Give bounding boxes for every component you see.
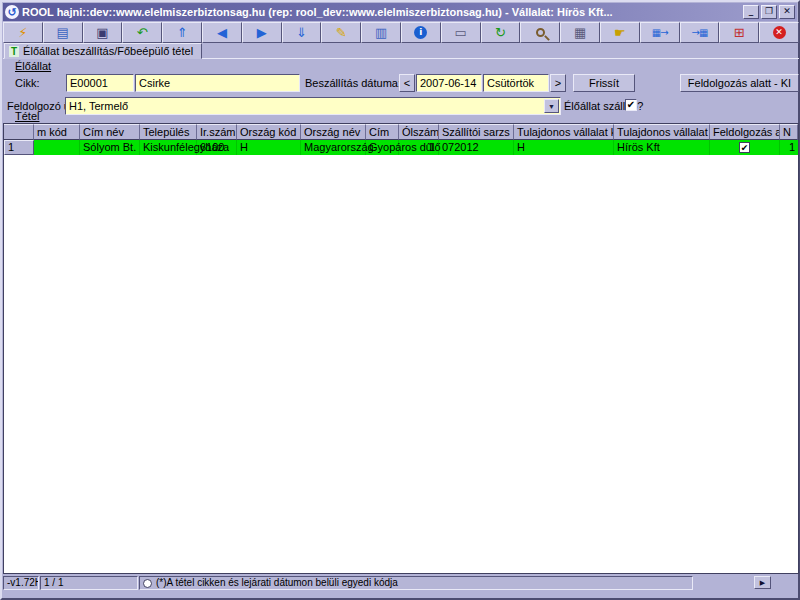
row-processing-checkbox[interactable]: ✔ (739, 142, 750, 153)
first-record-button[interactable]: ⇑ (162, 22, 202, 43)
up-arrow-icon: ⇑ (177, 26, 188, 39)
cell-cim: Gyopáros dűlő (366, 140, 399, 155)
edit-button[interactable]: ✎ (321, 22, 361, 43)
search-button[interactable] (520, 22, 560, 43)
cell-tulajdonos-nev: Hírös Kft (614, 140, 710, 155)
open-button[interactable]: ▤ (43, 22, 83, 43)
column-header-irszam[interactable]: Ir.szám (197, 124, 237, 140)
page-indicator: 1 / 1 (40, 576, 138, 590)
pointing-hand-icon: ☛ (614, 26, 626, 39)
folder-icon: ▤ (57, 26, 69, 39)
save-button[interactable]: ▣ (83, 22, 123, 43)
tab-strip: T Élőállat beszállítás/Főbeépülő tétel (3, 43, 799, 59)
processing-plant-select[interactable]: H1, Termelő ▼ (65, 97, 561, 115)
minimize-button[interactable]: _ (743, 5, 759, 19)
database-button[interactable]: ▥ (361, 22, 401, 43)
cell-tulajdonos-kod: H (514, 140, 614, 155)
import-table-button[interactable]: →▦ (680, 22, 720, 43)
app-window: ↺ ROOL hajni::dev::www.elelmiszerbiztons… (0, 0, 800, 600)
column-header-tulajdonos-kod[interactable]: Tulajdonos vállalat kód (514, 124, 614, 140)
export-table-button[interactable]: ▦→ (640, 22, 680, 43)
close-form-button[interactable]: ⊞ (719, 22, 759, 43)
cell-orszag-nev: Magyarország (301, 140, 366, 155)
exit-button[interactable]: ⚡ (3, 22, 43, 43)
column-header-orszag-kod[interactable]: Ország kód (237, 124, 301, 140)
processing-toggle-button[interactable]: Feldolgozás alatt - KI (680, 74, 799, 92)
stop-x-icon: ✕ (773, 26, 786, 39)
window-icon: ▭ (455, 26, 467, 39)
refresh-icon: ↻ (495, 26, 506, 39)
toolbar: ⚡ ▤ ▣ ↶ ⇑ ◀ ▶ ⇓ ✎ ▥ i ▭ ↻ ▦ ☛ ▦→ →▦ ⊞ ✕ (3, 22, 799, 43)
status-bar: -v1.72H 1 / 1 (*)A tétel cikken és lejár… (3, 576, 799, 590)
cell-truncated: 1 (780, 140, 798, 155)
restore-button[interactable]: ❐ (761, 5, 777, 19)
cell-szallitoi-sarzs: 072012 (439, 140, 514, 155)
search-icon (536, 28, 545, 37)
article-code-input[interactable] (66, 74, 134, 92)
right-arrow-icon: ▶ (257, 26, 267, 39)
next-record-button[interactable]: ▶ (242, 22, 282, 43)
form-area: Élőállat Cikk: Beszállítás dátuma: < > F… (3, 59, 799, 123)
date-input[interactable] (416, 74, 482, 92)
live-animal-supplier-checkbox[interactable]: ✔ (625, 99, 637, 111)
column-header-olszam[interactable]: Ólszám (399, 124, 439, 140)
column-header-cim[interactable]: Cím (366, 124, 399, 140)
app-icon: ↺ (5, 5, 19, 19)
grid-frame-button[interactable]: ▦ (560, 22, 600, 43)
article-name-input[interactable] (135, 74, 300, 92)
cell-telepules: Kiskunfélegyháza (140, 140, 197, 155)
last-record-button[interactable]: ⇓ (282, 22, 322, 43)
pointing-hand-button[interactable]: ☛ (600, 22, 640, 43)
delivery-date-label: Beszállítás dátuma: (305, 77, 401, 89)
cell-orszag-kod: H (237, 140, 301, 155)
article-label: Cikk: (15, 77, 39, 89)
column-header-tulajdonos-nev[interactable]: Tulajdonos vállalat név (614, 124, 710, 140)
undo-button[interactable]: ↶ (122, 22, 162, 43)
refresh-form-button[interactable]: Frissít (573, 74, 635, 92)
column-header-truncated[interactable]: N (780, 124, 798, 140)
close-button[interactable]: ✕ (779, 5, 795, 19)
live-animal-group-label: Élőállat (15, 60, 51, 72)
row-number-cell: 1 (4, 140, 34, 155)
left-arrow-icon: ◀ (217, 26, 227, 39)
tab-elballat-beszallitas[interactable]: T Élőállat beszállítás/Főbeépülő tétel (4, 43, 202, 59)
info-button[interactable]: i (401, 22, 441, 43)
date-next-button[interactable]: > (550, 74, 566, 92)
table-letter-icon: T (9, 46, 19, 57)
cell-cim-kod (34, 140, 80, 155)
cell-irszam: 6100 (197, 140, 237, 155)
title-bar: ↺ ROOL hajni::dev::www.elelmiszerbiztons… (3, 3, 797, 21)
refresh-button[interactable]: ↻ (481, 22, 521, 43)
column-header-feldolgozas[interactable]: Feldolgozás alatt? (710, 124, 780, 140)
column-header-cim-kod[interactable]: m kód (34, 124, 80, 140)
prev-record-button[interactable]: ◀ (202, 22, 242, 43)
grid-icon: ▦ (574, 26, 586, 39)
database-cylinder-icon: ▥ (375, 26, 387, 39)
table-arrow-out-icon: ▦→ (652, 26, 668, 39)
form-window-button[interactable]: ▭ (441, 22, 481, 43)
tab-label: Élőállat beszállítás/Főbeépülő tétel (23, 45, 193, 57)
unique-code-radio[interactable] (143, 579, 152, 588)
column-header-orszag-nev[interactable]: Ország név (301, 124, 366, 140)
column-header-cim-nev[interactable]: Cím név (80, 124, 140, 140)
weekday-input[interactable] (483, 74, 549, 92)
chevron-down-icon[interactable]: ▼ (544, 99, 559, 113)
window-cross-icon: ⊞ (734, 26, 745, 39)
table-row[interactable]: 1 Sólyom Bt. Kiskunfélegyháza 6100 H Mag… (4, 140, 798, 155)
date-prev-button[interactable]: < (399, 74, 415, 92)
scroll-right-button[interactable]: ▶ (754, 576, 771, 589)
floppy-icon: ▣ (96, 26, 108, 39)
column-header-telepules[interactable]: Település (140, 124, 197, 140)
pencil-icon: ✎ (336, 26, 347, 39)
column-header-szallitoi-sarzs[interactable]: Szállítói sarzs kód (439, 124, 514, 140)
table-header-row: m kód Cím név Település Ir.szám Ország k… (4, 124, 798, 140)
lightning-icon: ⚡ (18, 26, 27, 39)
item-group-label: Tétel (15, 110, 39, 122)
cell-feldolgozas: ✔ (710, 140, 780, 155)
status-note-text: (*)A tétel cikken és lejárati dátumon be… (156, 577, 398, 589)
version-label: -v1.72H (3, 576, 39, 590)
cell-cim-nev: Sólyom Bt. (80, 140, 140, 155)
stop-button[interactable]: ✕ (759, 22, 799, 43)
processing-plant-value: H1, Termelő (66, 99, 543, 113)
arrow-into-table-icon: →▦ (692, 26, 708, 39)
